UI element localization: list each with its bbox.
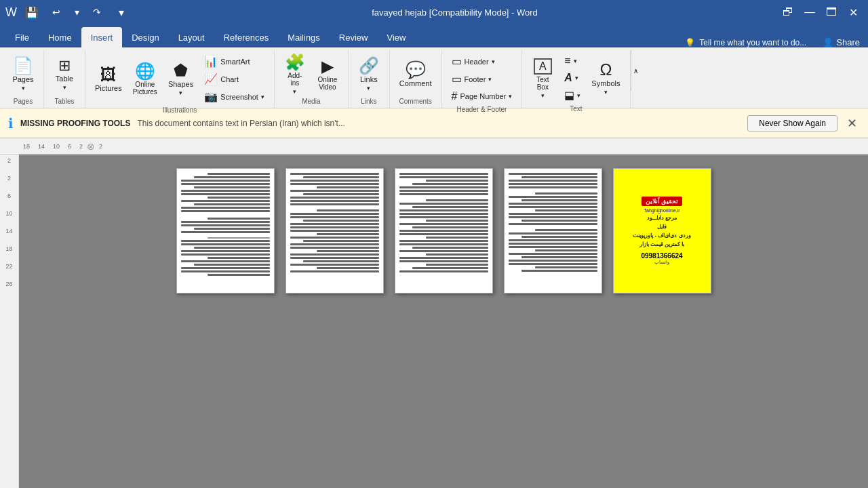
search-placeholder-text: Tell me what you want to do... (699, 38, 806, 47)
tab-references[interactable]: References (214, 27, 278, 47)
screenshot-dropdown-icon: ▾ (261, 94, 264, 100)
share-button[interactable]: 👤 Share (814, 37, 868, 47)
shapes-button[interactable]: ⬟ Shapes ▾ (164, 59, 197, 100)
customize-qat-button[interactable]: ▾ (112, 3, 131, 22)
redo-button[interactable]: ↷ (87, 3, 106, 22)
footer-label: Footer (465, 75, 486, 83)
tab-layout[interactable]: Layout (169, 27, 214, 47)
dropcap-button[interactable]: ⬓ ▾ (560, 87, 585, 104)
tab-design[interactable]: Design (122, 27, 168, 47)
textbox-dropdown-icon: ▾ (541, 92, 545, 99)
text-extra-col: ≡ ▾ A ▾ ⬓ ▾ (560, 53, 585, 104)
smartart-button[interactable]: 📊 SmartArt (200, 53, 269, 70)
tab-insert[interactable]: Insert (81, 27, 123, 47)
page-thumbnail-1[interactable] (176, 168, 275, 293)
tell-me-search[interactable]: 💡 Tell me what you want to do... (677, 38, 814, 47)
ribbon-group-media: 🧩 Add-ins ▾ ▶ OnlineVideo Media (275, 50, 349, 108)
screenshot-icon: 📷 (204, 90, 218, 103)
quick-parts-button[interactable]: ≡ ▾ (560, 53, 585, 69)
advert-site: Tahghighonline.ir (644, 208, 680, 213)
comment-button[interactable]: 💬 Comment (395, 54, 436, 95)
wordart-button[interactable]: A ▾ (560, 70, 585, 86)
pictures-button[interactable]: 🖼 Pictures (91, 59, 126, 100)
comment-label: Comment (399, 79, 432, 87)
smartart-chart-screenshot-col: 📊 SmartArt 📈 Chart 📷 Screenshot ▾ (200, 53, 269, 105)
online-video-button[interactable]: ▶ OnlineVideo (313, 54, 342, 95)
main-area: 2 2 6 10 14 18 22 26 (0, 155, 868, 488)
pictures-label: Pictures (95, 84, 122, 92)
tab-mailings[interactable]: Mailings (278, 27, 330, 47)
online-video-label: OnlineVideo (317, 76, 337, 91)
vertical-ruler: 2 2 6 10 14 18 22 26 (0, 155, 19, 488)
addins-dropdown-icon: ▾ (293, 88, 296, 95)
wordart-icon: A (564, 72, 572, 84)
pages-button[interactable]: 📄 Pages ▾ (8, 54, 38, 95)
title-bar-controls: 🗗 — 🗖 ✕ (778, 3, 863, 22)
advert-body: مرجع دانلـــود فایل وردی دی‌ای‌اف - پاور… (633, 214, 690, 249)
page-thumbnail-3[interactable] (395, 168, 493, 293)
header-label: Header (465, 58, 489, 66)
screenshot-button[interactable]: 📷 Screenshot ▾ (200, 88, 269, 105)
textbox-button[interactable]: A TextBox ▾ (528, 58, 557, 99)
comments-group-content: 💬 Comment (395, 53, 436, 96)
online-pictures-button[interactable]: 🌐 OnlinePictures (129, 59, 161, 100)
pages-label: Pages (12, 75, 33, 83)
links-button[interactable]: 🔗 Links ▾ (354, 54, 384, 95)
ribbon-group-tables: ⊞ Table ▾ Tables (44, 50, 85, 108)
page-number-button[interactable]: # Page Number ▾ (448, 88, 517, 104)
ruler-mark-10: 10 (49, 143, 64, 150)
chart-button[interactable]: 📈 Chart (200, 70, 269, 87)
page-4-text (509, 173, 597, 272)
media-group-label: Media (302, 96, 320, 106)
table-dropdown-icon: ▾ (63, 84, 66, 91)
save-button[interactable]: 💾 (22, 3, 41, 22)
page-number-label: Page Number (460, 92, 506, 100)
ruler-mark-6v: 6 (7, 192, 11, 199)
page-2-text (290, 173, 379, 272)
share-icon: 👤 (823, 37, 833, 47)
undo-dropdown[interactable]: ▾ (67, 3, 86, 22)
notification-info-icon: ℹ (8, 115, 14, 131)
page-1-text (181, 173, 270, 276)
footer-button[interactable]: ▭ Footer ▾ (448, 70, 517, 87)
addins-button[interactable]: 🧩 Add-ins ▾ (280, 54, 310, 95)
ruler-mark-6: 6 (64, 143, 75, 150)
page-thumbnail-4[interactable] (504, 168, 602, 293)
header-icon: ▭ (452, 55, 462, 68)
page-thumbnail-2[interactable] (285, 168, 384, 293)
never-show-again-button[interactable]: Never Show Again (747, 115, 837, 131)
online-pictures-label: OnlinePictures (133, 81, 157, 96)
window-resize-button[interactable]: 🗗 (778, 3, 797, 22)
page-thumbnail-5[interactable]: تحقیق آنلاین Tahghighonline.ir مرجع دانل… (613, 168, 711, 293)
ruler-mark-2b: 2 (95, 143, 106, 150)
ruler-mark-2v2: 2 (7, 175, 11, 182)
close-button[interactable]: ✕ (844, 3, 863, 22)
page-number-dropdown-icon: ▾ (509, 93, 512, 100)
dropcap-icon: ⬓ (564, 89, 574, 102)
comments-group-label: Comments (399, 96, 432, 106)
textbox-icon: A (534, 58, 552, 75)
undo-button[interactable]: ↩ (47, 3, 66, 22)
text-group-content: A TextBox ▾ ≡ ▾ A ▾ ⬓ ▾ Ω (528, 53, 624, 104)
tab-file[interactable]: File (5, 27, 39, 47)
table-button[interactable]: ⊞ Table ▾ (50, 54, 79, 95)
tab-home[interactable]: Home (39, 27, 81, 47)
quick-parts-icon: ≡ (564, 55, 570, 67)
ribbon-collapse-button[interactable]: ∧ (631, 50, 640, 91)
tab-view[interactable]: View (377, 27, 415, 47)
illustrations-group-content: 🖼 Pictures 🌐 OnlinePictures ⬟ Shapes ▾ 📊… (91, 53, 269, 105)
header-button[interactable]: ▭ Header ▾ (448, 53, 517, 70)
text-group-label: Text (570, 104, 582, 114)
minimize-button[interactable]: — (800, 3, 819, 22)
symbols-button[interactable]: Ω Symbols ▾ (587, 58, 624, 99)
addins-label: Add-ins (288, 72, 302, 87)
maximize-button[interactable]: 🗖 (822, 3, 841, 22)
tab-review[interactable]: Review (330, 27, 378, 47)
advert-title-bar: تحقیق آنلاین (642, 197, 683, 206)
pictures-icon: 🖼 (100, 66, 117, 83)
pages-icon: 📄 (13, 58, 33, 74)
shapes-label: Shapes (168, 80, 193, 88)
ribbon-group-comments: 💬 Comment Comments (390, 50, 442, 108)
share-label: Share (836, 37, 860, 47)
notification-close-button[interactable]: ✕ (844, 116, 860, 131)
